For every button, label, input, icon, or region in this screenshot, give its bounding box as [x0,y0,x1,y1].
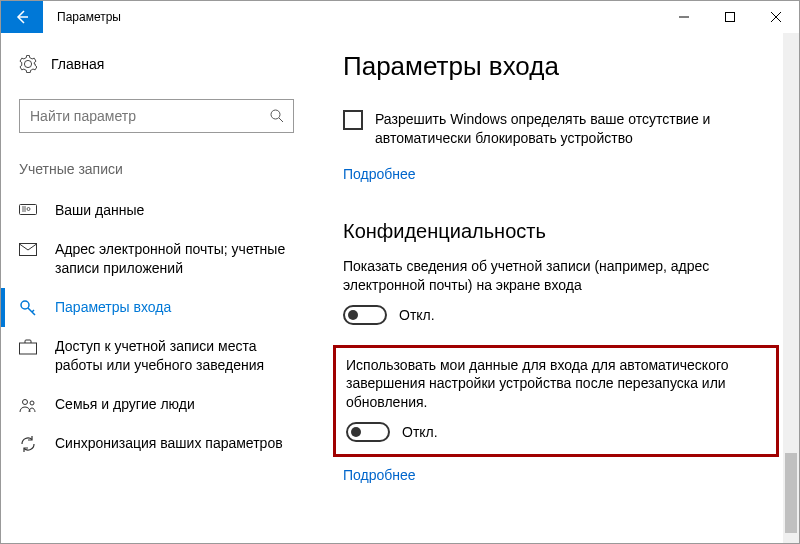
svg-rect-2 [20,205,37,215]
scrollbar-thumb[interactable] [785,453,797,533]
privacy-heading: Конфиденциальность [343,220,769,243]
sidebar-item-family[interactable]: Семья и другие люди [1,385,319,424]
auto-lock-checkbox-row[interactable]: Разрешить Windows определять ваше отсутс… [343,110,769,148]
toggle-label: Откл. [402,424,438,440]
svg-rect-5 [20,343,37,354]
sidebar-item-email[interactable]: Адрес электронной почты; учетные записи … [1,230,319,288]
sidebar-item-label: Адрес электронной почты; учетные записи … [55,240,319,278]
sidebar-item-your-info[interactable]: Ваши данные [1,191,319,230]
search-icon [269,108,285,124]
mail-icon [19,241,37,259]
maximize-button[interactable] [707,1,753,33]
minimize-icon [679,12,689,22]
maximize-icon [725,12,735,22]
show-account-info-toggle[interactable]: Откл. [343,305,769,325]
home-label: Главная [51,56,104,72]
sidebar-item-label: Доступ к учетной записи места работы или… [55,337,319,375]
sidebar-item-label: Семья и другие люди [55,395,319,414]
svg-rect-0 [726,13,735,22]
toggle-switch[interactable] [346,422,390,442]
close-button[interactable] [753,1,799,33]
window-title: Параметры [57,10,121,24]
minimize-button[interactable] [661,1,707,33]
sidebar-item-label: Синхронизация ваших параметров [55,434,319,453]
people-icon [19,396,37,414]
back-button[interactable] [1,1,43,33]
use-signin-info-toggle[interactable]: Откл. [346,422,766,442]
close-icon [771,12,781,22]
your-info-icon [19,202,37,220]
checkbox-label: Разрешить Windows определять ваше отсутс… [375,110,769,148]
toggle-switch[interactable] [343,305,387,325]
sync-icon [19,435,37,453]
key-icon [19,299,37,317]
briefcase-icon [19,338,37,356]
setting-description: Показать сведения об учетной записи (нап… [343,257,769,295]
svg-point-7 [30,401,34,405]
sidebar: Главная Найти параметр Учетные записи Ва… [1,33,319,543]
sidebar-item-sync[interactable]: Синхронизация ваших параметров [1,424,319,463]
sidebar-item-label: Параметры входа [55,298,319,317]
page-title: Параметры входа [343,51,769,82]
highlighted-setting: Использовать мои данные для входа для ав… [333,345,779,458]
svg-point-6 [23,399,28,404]
svg-point-1 [271,110,280,119]
scrollbar[interactable] [783,33,799,543]
home-button[interactable]: Главная [19,51,319,77]
setting-description: Использовать мои данные для входа для ав… [346,356,766,413]
sidebar-item-work-access[interactable]: Доступ к учетной записи места работы или… [1,327,319,385]
sidebar-item-label: Ваши данные [55,201,319,220]
sidebar-section-header: Учетные записи [19,161,319,177]
gear-icon [19,55,37,73]
nav-list: Ваши данные Адрес электронной почты; уче… [19,191,319,463]
titlebar: Параметры [1,1,799,33]
learn-more-link[interactable]: Подробнее [343,467,416,483]
search-input[interactable]: Найти параметр [19,99,294,133]
search-placeholder: Найти параметр [30,108,269,124]
learn-more-link[interactable]: Подробнее [343,166,416,182]
svg-point-4 [21,301,29,309]
sidebar-item-signin-options[interactable]: Параметры входа [1,288,319,327]
main-content: Параметры входа Разрешить Windows опреде… [319,33,799,543]
window-controls [661,1,799,33]
arrow-left-icon [14,9,30,25]
checkbox-icon[interactable] [343,110,363,130]
toggle-label: Откл. [399,307,435,323]
